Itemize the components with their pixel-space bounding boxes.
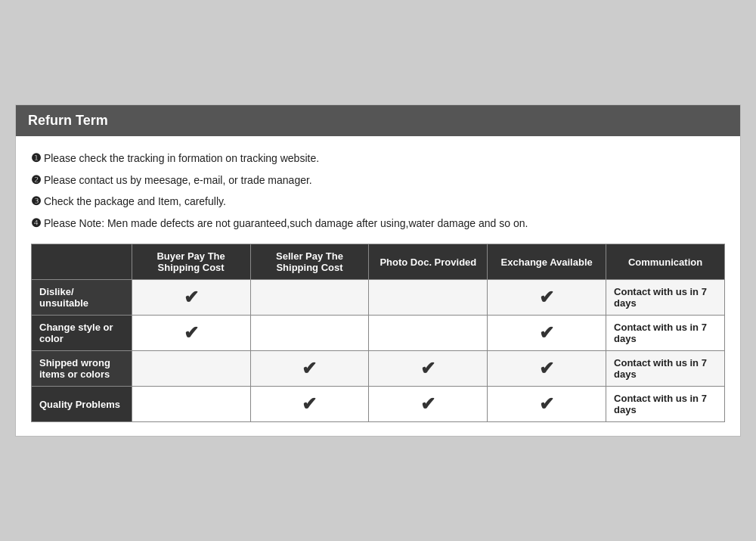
row-1-communication: Contact with us in 7 days	[606, 316, 725, 351]
instruction-3-num: ❸	[31, 194, 41, 207]
row-2-exchange: ✔	[488, 351, 606, 387]
col-header-buyer-pay: Buyer Pay The Shipping Cost	[132, 244, 250, 280]
table-row: Shipped wrong items or colors✔✔✔Contact …	[32, 351, 725, 387]
col-header-seller-pay: Seller Pay The Shipping Cost	[250, 244, 369, 280]
instruction-1-text: Please check the tracking in formation o…	[44, 152, 319, 164]
checkmark-icon: ✔	[420, 358, 435, 378]
table-row: Dislike/ unsuitable✔✔Contact with us in …	[32, 280, 725, 316]
checkmark-icon: ✔	[420, 393, 435, 414]
checkmark-icon: ✔	[184, 287, 199, 307]
col-header-0	[32, 244, 132, 280]
table-row: Change style or color✔✔Contact with us i…	[32, 316, 725, 351]
checkmark-icon: ✔	[302, 393, 317, 414]
instruction-4-num: ❹	[31, 216, 41, 229]
row-3-label: Quality Problems	[32, 387, 132, 422]
row-3-seller_pay: ✔	[250, 387, 369, 422]
col-header-photo-doc: Photo Doc. Provided	[369, 244, 488, 280]
instruction-3: ❸ Check the package and Item, carefully.	[31, 193, 725, 210]
table-row: Quality Problems✔✔✔Contact with us in 7 …	[32, 387, 725, 422]
row-2-photo_doc: ✔	[369, 351, 488, 387]
row-2-communication: Contact with us in 7 days	[606, 351, 725, 387]
row-0-label: Dislike/ unsuitable	[32, 280, 132, 316]
checkmark-icon: ✔	[184, 322, 199, 343]
card-title: Refurn Term	[28, 113, 108, 128]
row-0-buyer_pay: ✔	[132, 280, 250, 316]
instruction-1: ❶ Please check the tracking in formation…	[31, 150, 725, 167]
instruction-2-num: ❷	[31, 173, 41, 186]
row-0-seller_pay	[250, 280, 369, 316]
row-1-label: Change style or color	[32, 316, 132, 351]
row-0-communication: Contact with us in 7 days	[606, 280, 725, 316]
row-3-communication: Contact with us in 7 days	[606, 387, 725, 422]
instruction-3-text: Check the package and Item, carefully.	[44, 195, 226, 207]
col-header-communication: Communication	[606, 244, 725, 280]
instruction-1-num: ❶	[31, 151, 41, 164]
row-3-buyer_pay	[132, 387, 250, 422]
return-term-card: Refurn Term ❶ Please check the tracking …	[15, 104, 741, 437]
checkmark-icon: ✔	[539, 322, 554, 343]
row-2-seller_pay: ✔	[250, 351, 369, 387]
checkmark-icon: ✔	[302, 358, 317, 378]
row-0-photo_doc	[369, 280, 488, 316]
checkmark-icon: ✔	[539, 287, 554, 307]
row-3-exchange: ✔	[488, 387, 606, 422]
instruction-4-text: Please Note: Men made defects are not gu…	[44, 217, 528, 229]
checkmark-icon: ✔	[539, 358, 554, 378]
row-2-buyer_pay	[132, 351, 250, 387]
card-body: ❶ Please check the tracking in formation…	[16, 136, 740, 436]
row-2-label: Shipped wrong items or colors	[32, 351, 132, 387]
return-policy-table: Buyer Pay The Shipping Cost Seller Pay T…	[31, 244, 725, 422]
card-header: Refurn Term	[16, 105, 740, 136]
instruction-4: ❹ Please Note: Men made defects are not …	[31, 215, 725, 232]
checkmark-icon: ✔	[539, 393, 554, 414]
row-0-exchange: ✔	[488, 280, 606, 316]
row-1-exchange: ✔	[488, 316, 606, 351]
instructions-section: ❶ Please check the tracking in formation…	[31, 150, 725, 232]
instruction-2-text: Please contact us by meesage, e-mail, or…	[44, 174, 312, 186]
instruction-2: ❷ Please contact us by meesage, e-mail, …	[31, 172, 725, 189]
table-header-row: Buyer Pay The Shipping Cost Seller Pay T…	[32, 244, 725, 280]
row-1-buyer_pay: ✔	[132, 316, 250, 351]
col-header-exchange: Exchange Available	[488, 244, 606, 280]
row-3-photo_doc: ✔	[369, 387, 488, 422]
row-1-seller_pay	[250, 316, 369, 351]
row-1-photo_doc	[369, 316, 488, 351]
